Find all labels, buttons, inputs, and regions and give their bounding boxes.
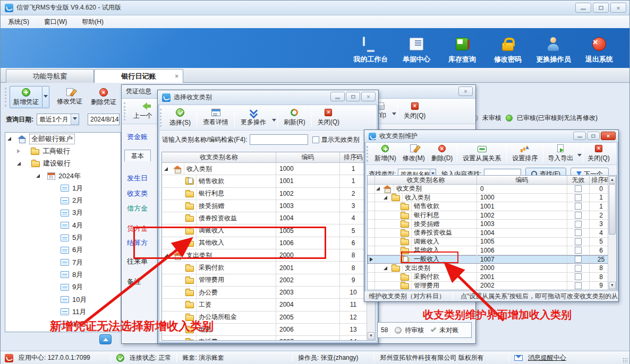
resize-grip[interactable] <box>623 358 628 363</box>
table-row[interactable]: 收支类别00 <box>368 185 616 194</box>
expand-icon[interactable] <box>36 174 40 178</box>
impexp-dropdown-icon[interactable] <box>577 154 582 159</box>
banner-nav-0[interactable]: 我的工作台 <box>348 36 394 64</box>
delete-voucher-button[interactable]: × 删除凭证 <box>87 86 121 108</box>
column-header-1[interactable]: 编码 <box>276 152 340 162</box>
scroll-up-icon[interactable]: ▲ <box>609 176 616 184</box>
toolbar-drag-handle[interactable] <box>5 88 6 107</box>
tree-item-6月[interactable]: 6月 <box>5 244 121 256</box>
table-row[interactable]: 接受捐赠10033 <box>162 200 375 212</box>
voucher-close-toolbar-button[interactable]: × 关闭(Q) <box>399 100 430 123</box>
dialog-minimize-button[interactable] <box>573 132 586 140</box>
toolbar-drag-handle[interactable] <box>367 146 368 162</box>
toolbar-drag-handle[interactable] <box>160 109 161 127</box>
expand-icon[interactable] <box>7 137 11 141</box>
table-row[interactable]: 电话费200714 <box>162 336 375 341</box>
set-sort-button[interactable]: 设置排序 <box>508 142 542 166</box>
tree-item-4月[interactable]: 4月 <box>5 219 121 231</box>
dialog-minimize-button[interactable] <box>330 92 345 101</box>
banner-nav-5[interactable]: ×退出系统 <box>576 36 622 64</box>
close-button[interactable]: × <box>610 3 626 13</box>
banner-nav-3[interactable]: 修改密码 <box>485 36 531 64</box>
maximize-button[interactable] <box>593 3 609 13</box>
more-actions-button[interactable]: 更多操作 <box>236 106 271 129</box>
menu-item-2[interactable]: 帮助(H) <box>82 18 104 27</box>
table-row[interactable]: 销售收款10011 <box>368 202 616 211</box>
table-row[interactable]: 接受捐赠10033 <box>368 220 616 229</box>
tree-item-11月[interactable]: 11月 <box>5 306 121 318</box>
tree-item-2024年[interactable]: 2024年 <box>5 170 121 182</box>
column-header-0[interactable]: 收支类别名称 <box>162 152 276 162</box>
column-header-0[interactable] <box>368 176 375 184</box>
more-dropdown-icon[interactable] <box>272 119 276 124</box>
invalid-checkbox[interactable] <box>575 247 582 254</box>
dialog-close-button[interactable]: × <box>601 132 616 140</box>
tab-function-nav[interactable]: 功能导航窗 <box>6 69 94 83</box>
voucher-tab-basic[interactable]: 基本 <box>124 150 151 161</box>
invalid-checkbox[interactable] <box>575 256 582 263</box>
table-row[interactable]: 管理费用20029 <box>162 274 375 287</box>
tree-item-5月[interactable]: 5月 <box>5 231 121 244</box>
tree-item-建设银行[interactable]: 建设银行 <box>5 158 121 170</box>
tree-item-1月[interactable]: 1月 <box>5 182 121 194</box>
expand-icon[interactable] <box>164 167 168 171</box>
set-relation-button[interactable]: 设置从属关系 <box>458 142 505 166</box>
toolbar-drag-handle[interactable] <box>124 102 125 120</box>
category-search-input[interactable] <box>250 134 308 145</box>
previous-button[interactable]: 上一个 <box>129 100 157 123</box>
table-row[interactable]: 收入类别10001 <box>368 194 616 203</box>
expand-icon[interactable] <box>376 187 380 190</box>
query-range-select[interactable]: 最近1个月 <box>37 114 79 125</box>
view-detail-button[interactable]: 查看详情 <box>198 106 233 129</box>
table-row[interactable]: 债券投资收益10044 <box>162 212 375 224</box>
expand-icon[interactable] <box>17 162 21 166</box>
column-header-2[interactable]: 编码 <box>477 176 567 184</box>
invalid-checkbox[interactable] <box>575 238 582 245</box>
tree-item-7月[interactable]: 7月 <box>5 256 121 268</box>
vertical-scrollbar[interactable]: ▲▼ <box>608 176 616 290</box>
table-row[interactable]: 调账收入10055 <box>368 238 616 247</box>
table-row[interactable]: 债券投资收益10044 <box>368 229 616 238</box>
select-button[interactable]: 选择(S) <box>165 106 195 129</box>
table-row[interactable]: 支出类别20008 <box>368 264 616 273</box>
table-row[interactable]: 销售收款10011 <box>162 175 375 187</box>
scroll-down-icon[interactable]: ▼ <box>368 332 374 340</box>
query-date-input[interactable]: 2024/8/14 <box>88 114 120 125</box>
scroll-down-icon[interactable]: ▼ <box>609 282 616 289</box>
edit-voucher-button[interactable]: 修改凭证 <box>53 86 87 108</box>
invalid-checkbox[interactable] <box>575 265 582 272</box>
menu-item-0[interactable]: 系统(S) <box>8 18 29 27</box>
tree-item-3月[interactable]: 3月 <box>5 207 121 219</box>
dialog-maximize-button[interactable] <box>587 132 600 140</box>
banner-nav-2[interactable]: 库存查询 <box>439 36 485 64</box>
scroll-thumb[interactable] <box>609 184 616 235</box>
tree-item-10月[interactable]: 10月 <box>5 293 121 306</box>
voucher-close-button[interactable]: × <box>458 86 473 96</box>
table-row[interactable]: 工资200411 <box>162 299 375 311</box>
tree-item-工商银行[interactable]: 工商银行 <box>5 145 121 157</box>
banner-nav-4[interactable]: 更换操作员 <box>531 36 576 64</box>
tree-item-9月[interactable]: 9月 <box>5 281 121 293</box>
dialog-maximize-button[interactable] <box>346 92 360 101</box>
expand-icon[interactable] <box>384 266 387 270</box>
tab-close-icon[interactable]: × <box>175 73 178 80</box>
add-voucher-button[interactable]: 新增凭证 <box>10 86 42 108</box>
table-row[interactable]: 管理费用20029 <box>368 282 616 290</box>
add-voucher-dropdown[interactable] <box>42 86 49 108</box>
tree-item-2月[interactable]: 2月 <box>5 194 121 206</box>
invalid-checkbox[interactable] <box>575 273 582 280</box>
tree-item-8月[interactable]: 8月 <box>5 268 121 281</box>
table-row[interactable]: 收入类别10001 <box>162 163 375 175</box>
import-export-button[interactable]: 导入导出 <box>544 142 576 166</box>
table-row[interactable]: 采购付款20018 <box>368 273 616 282</box>
column-header-3[interactable]: 无效 <box>567 176 590 184</box>
refresh-button[interactable]: 刷新(R) <box>279 106 310 129</box>
invalid-checkbox[interactable] <box>575 282 582 289</box>
invalid-checkbox[interactable] <box>575 212 582 219</box>
invalid-checkbox[interactable] <box>575 194 582 201</box>
collapse-icon[interactable] <box>17 149 20 153</box>
invalid-checkbox[interactable] <box>575 203 582 210</box>
table-row[interactable]: 银行利息10022 <box>368 211 616 220</box>
message-center-link[interactable]: 消息提醒中心 <box>528 353 566 362</box>
tab-bank-journal[interactable]: 银行日记账 × <box>94 69 183 83</box>
